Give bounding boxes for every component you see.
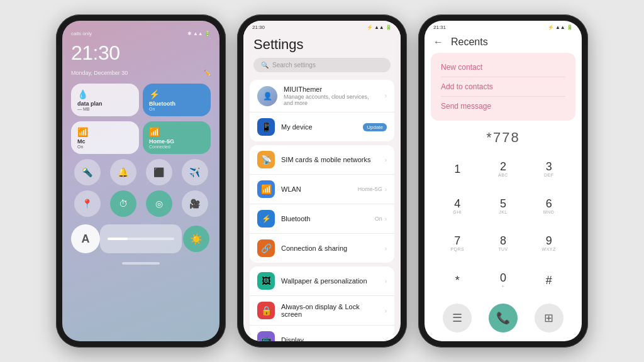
settings-wallpaper-item[interactable]: 🖼 Wallpaper & personalization ›	[250, 266, 394, 296]
dialer-number-display: *778	[425, 121, 582, 151]
bluetooth-icon: ⚡	[257, 210, 275, 228]
mydevice-label: My device	[281, 123, 357, 131]
settings-account-item[interactable]: 👤 MIUIThemer Manage accounts, cloud serv…	[250, 80, 394, 112]
key-9[interactable]: 9 WXYZ	[526, 225, 572, 262]
settings-mydevice-item[interactable]: 📱 My device Update	[250, 112, 394, 141]
dialer-header: ← Recents	[425, 33, 582, 53]
settings-sim-item[interactable]: 📡 SIM cards & mobile networks ›	[250, 145, 394, 175]
phone-dialer: 21:31 ⚡ ▲▲ 🔋 ← Recents New contact Add t…	[418, 14, 588, 348]
key-star-num: *	[455, 275, 460, 286]
cc-tile-data[interactable]: 💧 data plan — MB	[71, 84, 139, 116]
bluetooth-right: On ›	[375, 216, 387, 222]
wallpaper-chevron: ›	[385, 278, 387, 285]
key-9-num: 9	[546, 235, 552, 246]
cc-timer-btn[interactable]: ⏱	[110, 190, 136, 217]
cc-date: Monday, December 30	[71, 70, 128, 76]
key-star[interactable]: *	[435, 261, 480, 299]
key-6-alpha: MNO	[543, 210, 555, 214]
wlan-chevron: ›	[385, 186, 387, 193]
wlan-text: WLAN	[281, 185, 352, 193]
key-6[interactable]: 6 MNO	[526, 188, 572, 225]
cc-screenshot-btn[interactable]: ⬛	[146, 159, 172, 185]
settings-screen: 21:30 ⚡ ▲▲ 🔋 Settings 🔍 Search settings …	[243, 21, 401, 341]
call-btn[interactable]: 📞	[489, 304, 518, 332]
cc-tiles-row2: 📶 Mc On 📶 Home-5G Connected	[71, 121, 211, 154]
dialed-number: *778	[486, 129, 519, 145]
bluetooth-chevron: ›	[385, 216, 387, 222]
bluetooth-label: Bluetooth	[149, 101, 175, 107]
settings-status-bar: 21:30 ⚡ ▲▲ 🔋	[243, 21, 401, 33]
mydevice-icon: 📱	[257, 118, 275, 136]
key-3-num: 3	[546, 161, 552, 172]
cc-tile-wifi[interactable]: 📶 Home-5G Connected	[143, 121, 211, 154]
cc-tile-bluetooth[interactable]: ⚡ Bluetooth On	[143, 84, 211, 116]
cc-torch-btn[interactable]: 🔦	[74, 159, 101, 185]
cc-tiles-row1: 💧 data plan — MB ⚡ Bluetooth On	[71, 84, 211, 116]
cc-focus-btn[interactable]: ◎	[146, 190, 172, 217]
key-5[interactable]: 5 JKL	[480, 188, 526, 225]
mobile-sub: On	[77, 145, 83, 149]
settings-bluetooth-item[interactable]: ⚡ Bluetooth On ›	[250, 204, 394, 234]
update-badge: Update	[363, 123, 387, 131]
cc-location-btn[interactable]: 📍	[74, 190, 101, 217]
cc-assistant-btn[interactable]: A	[71, 224, 100, 253]
cc-bell-btn[interactable]: 🔔	[110, 159, 136, 185]
menu-btn[interactable]: ☰	[443, 304, 472, 332]
aod-chevron: ›	[385, 307, 387, 314]
home-indicator	[122, 262, 160, 265]
account-avatar: 👤	[257, 86, 277, 106]
settings-header: Settings 🔍 Search settings	[243, 33, 401, 77]
key-4[interactable]: 4 GHI	[435, 188, 480, 225]
key-1-num: 1	[454, 163, 460, 175]
recent-item-add-contact[interactable]: Add to contacts	[441, 77, 565, 97]
key-1[interactable]: 1	[435, 151, 480, 188]
cc-brightness-slider[interactable]	[100, 224, 182, 253]
dialer-bottom-bar: ☰ 📞 ⊞	[425, 299, 582, 341]
settings-display-item[interactable]: 📺 Display ›	[250, 326, 394, 341]
settings-title: Settings	[253, 36, 391, 53]
cc-tile-mobile[interactable]: 📶 Mc On	[71, 121, 139, 154]
wifi-tile-icon: 📶	[149, 127, 160, 137]
key-5-alpha: JKL	[499, 210, 508, 214]
cc-airplane-btn[interactable]: ✈️	[182, 159, 208, 185]
contacts-btn[interactable]: ⊞	[535, 304, 564, 332]
settings-search-bar[interactable]: 🔍 Search settings	[253, 58, 391, 72]
settings-connection-item[interactable]: 🔗 Connection & sharing ›	[250, 234, 394, 263]
cc-camera-btn[interactable]: 🎥	[182, 190, 208, 217]
display-icon: 📺	[257, 331, 275, 341]
settings-aod-item[interactable]: 🔒 Always-on display & Lock screen ›	[250, 296, 394, 326]
key-7-alpha: PQRS	[450, 247, 464, 251]
account-text: MIUIThemer Manage accounts, cloud servic…	[284, 85, 379, 106]
bluetooth-text: Bluetooth	[281, 215, 369, 222]
key-3[interactable]: 3 DEF	[526, 151, 572, 188]
data-sub: — MB	[77, 107, 89, 111]
settings-status-icons: ⚡ ▲▲ 🔋	[367, 25, 392, 30]
back-icon[interactable]: ←	[433, 36, 443, 48]
key-hash[interactable]: #	[526, 261, 572, 299]
key-2-alpha: ABC	[498, 173, 508, 177]
cc-bottom-row: A ☀️	[71, 224, 211, 253]
account-name: MIUIThemer	[284, 85, 379, 93]
settings-wlan-item[interactable]: 📶 WLAN Home-5G ›	[250, 175, 394, 204]
display-label: Display	[281, 336, 379, 341]
key-5-num: 5	[500, 198, 506, 209]
key-0-num: 0	[500, 272, 506, 283]
key-3-alpha: DEF	[544, 173, 554, 177]
data-label: data plan	[77, 101, 103, 107]
cc-edit-icon[interactable]: ✏️	[204, 70, 211, 76]
cc-date-row: Monday, December 30 ✏️	[71, 70, 211, 76]
phone-control-center: calls only ✱ ▲▲ 🔋 21:30 Monday, December…	[56, 14, 226, 348]
sim-label: SIM cards & mobile networks	[281, 156, 379, 163]
key-2-num: 2	[500, 161, 506, 172]
connection-label: Connection & sharing	[281, 244, 379, 252]
key-8[interactable]: 8 TUV	[480, 225, 526, 262]
wlan-icon: 📶	[257, 180, 275, 198]
cc-sun-btn[interactable]: ☀️	[183, 226, 209, 252]
control-center-screen: calls only ✱ ▲▲ 🔋 21:30 Monday, December…	[62, 21, 219, 341]
key-0[interactable]: 0 +	[480, 261, 526, 299]
recent-item-new-contact[interactable]: New contact	[441, 58, 565, 77]
key-2[interactable]: 2 ABC	[480, 151, 526, 188]
settings-time: 21:30	[252, 25, 265, 30]
key-7[interactable]: 7 PQRS	[435, 225, 480, 262]
recent-item-send-message[interactable]: Send message	[441, 97, 565, 116]
